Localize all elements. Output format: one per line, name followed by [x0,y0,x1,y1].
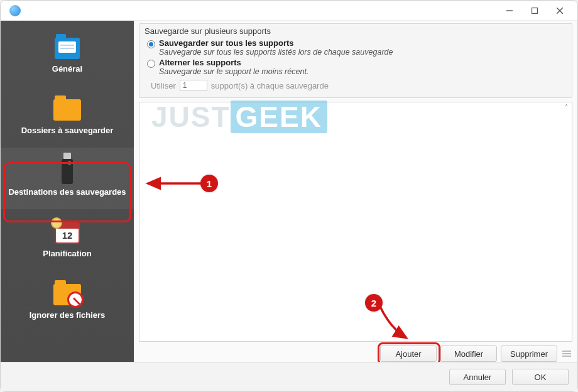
radio-label: Alterner les supports Sauvegarde sur le … [159,58,308,76]
scroll-up-icon[interactable]: ˄ [562,104,570,112]
radio-label: Sauvegarder sur tous les supports Sauveg… [159,38,393,57]
radio-label-desc: Sauvegarde sur le support le moins récen… [159,67,308,76]
cancel-button[interactable]: Annuler [449,369,506,385]
sidebar: Général Dossiers à sauvegarder Destinati… [1,21,134,362]
sidebar-item-label: Planification [43,249,91,259]
maximize-button[interactable] [522,2,547,19]
sidebar-item-general[interactable]: Général [1,24,134,86]
add-button[interactable]: Ajouter [380,346,437,362]
calendar-icon: 12 [53,220,82,246]
edit-button[interactable]: Modifier [440,346,497,362]
dialog-footer: Annuler OK [1,362,577,391]
radio-label-title: Alterner les supports [159,58,308,67]
destinations-list[interactable]: ˄ [139,102,572,342]
sidebar-item-label: Dossiers à sauvegarder [21,126,114,136]
stepper-prefix: Utiliser [151,81,176,90]
sidebar-item-ignore[interactable]: Ignorer des fichiers [1,271,134,332]
app-icon [9,5,21,16]
sidebar-item-scheduling[interactable]: 12 Planification [1,209,134,271]
radio-label-desc: Sauvegarde sur tous les supports listés … [159,48,393,57]
radio-icon [147,60,155,68]
support-count-input[interactable] [180,80,207,91]
radio-option-all[interactable]: Sauvegarder sur tous les supports Sauveg… [147,38,567,57]
usb-icon [53,158,82,185]
group-title: Sauvegarde sur plusieurs supports [144,26,567,36]
settings-folder-icon [53,35,82,62]
close-button[interactable] [547,2,572,19]
sidebar-item-label: Général [52,65,82,74]
content-area: Sauvegarde sur plusieurs supports Sauveg… [134,21,577,362]
resize-handle-icon[interactable] [561,346,572,362]
window-controls [497,2,572,19]
list-buttons-row: Ajouter Modifier Supprimer [139,346,572,362]
maximize-icon [532,8,538,14]
radio-option-alternate[interactable]: Alterner les supports Sauvegarde sur le … [147,58,567,76]
sidebar-item-folders[interactable]: Dossiers à sauvegarder [1,86,134,148]
folder-icon [53,97,82,123]
minimize-button[interactable] [497,2,522,19]
svg-rect-1 [532,8,538,13]
stepper-suffix: support(s) à chaque sauvegarde [211,81,329,90]
multi-support-group: Sauvegarde sur plusieurs supports Sauveg… [139,23,572,98]
sidebar-item-label: Ignorer des fichiers [30,311,106,320]
window-body: Général Dossiers à sauvegarder Destinati… [1,21,577,362]
sidebar-item-label: Destinations des sauvegardes [8,188,126,197]
titlebar [1,1,577,21]
close-icon [557,8,563,14]
radio-label-title: Sauvegarder sur tous les supports [159,38,393,48]
folder-blocked-icon [53,281,82,308]
minimize-icon [506,8,513,14]
delete-button[interactable]: Supprimer [501,346,557,362]
ok-button[interactable]: OK [512,369,569,385]
radio-icon [147,40,155,48]
app-window: Général Dossiers à sauvegarder Destinati… [0,0,578,392]
calendar-day: 12 [62,230,73,241]
stepper-row: Utiliser support(s) à chaque sauvegarde [151,80,567,91]
sidebar-item-destinations[interactable]: Destinations des sauvegardes [1,148,134,209]
